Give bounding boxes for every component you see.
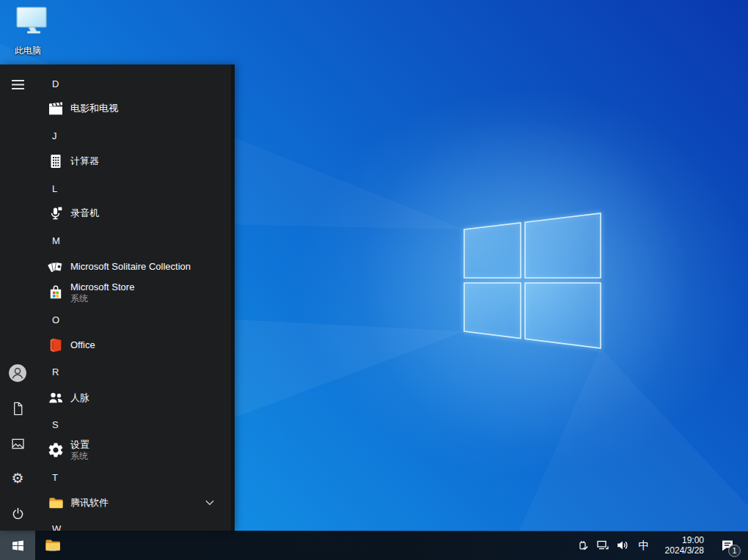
start-button[interactable]: [0, 531, 35, 560]
app-label: 人脉: [70, 392, 89, 404]
this-pc-icon: [7, 6, 49, 44]
desktop-icon-label: 此电脑: [15, 45, 41, 57]
calculator-icon: [47, 152, 65, 170]
group-header-j[interactable]: J: [52, 129, 81, 144]
volume-icon[interactable]: [616, 531, 629, 560]
app-sublabel: 系统: [70, 293, 134, 304]
app-label: Microsoft Solitaire Collection: [70, 261, 191, 273]
ime-indicator[interactable]: 中: [636, 531, 652, 560]
system-tray: 中 19:00 2024/3/28 1: [576, 531, 748, 560]
app-label: 设置: [70, 439, 89, 451]
group-header-m[interactable]: M: [52, 234, 81, 248]
file-explorer-button[interactable]: [35, 531, 70, 560]
app-label: 计算器: [70, 155, 99, 167]
app-item-people[interactable]: 人脉: [38, 385, 227, 411]
pictures-button[interactable]: [0, 426, 35, 461]
group-header-o[interactable]: O: [52, 313, 81, 328]
microsoft-store-icon: [47, 284, 65, 301]
start-menu-rail: ⚙: [0, 65, 35, 531]
people-icon: [47, 389, 65, 407]
chevron-down-icon[interactable]: [205, 500, 214, 506]
settings-gear-icon: [47, 441, 65, 459]
usb-safely-remove-icon[interactable]: [576, 531, 590, 560]
power-button[interactable]: [0, 495, 35, 531]
app-item-voice-recorder[interactable]: 录音机: [38, 200, 227, 226]
notification-badge: 1: [728, 545, 741, 557]
action-center-button[interactable]: 1: [716, 531, 738, 560]
app-item-settings[interactable]: 设置 系统: [38, 435, 227, 465]
pictures-icon: [10, 436, 26, 452]
documents-button[interactable]: [0, 391, 35, 426]
power-icon: [10, 506, 26, 521]
solitaire-cards-icon: [47, 258, 65, 276]
voice-recorder-icon: [47, 205, 65, 222]
app-label: Microsoft Store: [70, 281, 134, 293]
app-item-calculator[interactable]: 计算器: [38, 148, 227, 174]
app-item-movies-tv[interactable]: 电影和电视: [38, 95, 227, 122]
settings-gear-icon: ⚙: [11, 471, 23, 485]
app-label: 腾讯软件: [70, 497, 109, 509]
office-icon: [47, 336, 65, 354]
app-folder-tencent[interactable]: 腾讯软件: [38, 490, 227, 516]
app-label: 录音机: [70, 207, 99, 219]
user-account-button[interactable]: [0, 355, 35, 391]
start-menu: ⚙ D: [0, 65, 235, 531]
app-item-office[interactable]: Office: [38, 332, 227, 358]
group-header-l[interactable]: L: [52, 182, 81, 196]
documents-icon: [10, 401, 26, 416]
app-item-microsoft-store[interactable]: Microsoft Store 系统: [38, 277, 227, 308]
desktop: 此电脑: [0, 0, 748, 560]
group-header-t[interactable]: T: [52, 471, 81, 485]
group-header-d[interactable]: D: [52, 77, 81, 92]
user-account-icon: [8, 364, 27, 383]
clock-time: 19:00: [661, 535, 704, 545]
taskbar: 中 19:00 2024/3/28 1: [0, 531, 748, 560]
folder-icon: [47, 494, 65, 512]
rail-settings-button[interactable]: ⚙: [0, 460, 35, 495]
group-header-s[interactable]: S: [52, 418, 81, 432]
group-header-w[interactable]: W: [52, 522, 81, 531]
expand-menu-button[interactable]: [0, 67, 35, 102]
group-header-r[interactable]: R: [52, 365, 81, 380]
clock-date: 2024/3/28: [661, 545, 704, 556]
movies-tv-icon: [47, 100, 65, 117]
app-item-solitaire[interactable]: Microsoft Solitaire Collection: [38, 254, 227, 280]
desktop-icon-this-pc[interactable]: 此电脑: [4, 6, 52, 59]
app-label: Office: [70, 339, 95, 351]
file-explorer-icon: [43, 536, 62, 555]
network-icon[interactable]: [596, 531, 609, 560]
windows-logo-icon: [12, 539, 24, 552]
taskbar-clock[interactable]: 19:00 2024/3/28: [659, 535, 707, 556]
hamburger-menu-icon: [12, 80, 24, 89]
app-sublabel: 系统: [70, 451, 89, 462]
start-menu-app-list: D 电影和电视 J: [35, 65, 235, 531]
app-label: 电影和电视: [70, 103, 118, 114]
